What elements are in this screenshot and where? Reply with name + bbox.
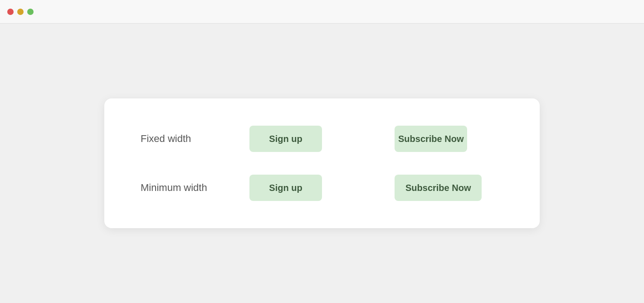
fixed-subscribe-button[interactable]: Subscribe Now [395,126,467,152]
minimum-width-label: Minimum width [141,182,249,194]
demo-card: Fixed width Sign up Subscribe Now Minimu… [104,98,540,228]
fixed-width-label: Fixed width [141,133,249,145]
close-button[interactable] [7,9,14,15]
min-subscribe-button[interactable]: Subscribe Now [395,175,482,201]
fixed-width-row: Fixed width Sign up Subscribe Now [141,126,503,152]
fixed-signup-button[interactable]: Sign up [249,126,322,152]
main-content: Fixed width Sign up Subscribe Now Minimu… [0,24,644,303]
minimize-button[interactable] [17,9,24,15]
minimum-width-row: Minimum width Sign up Subscribe Now [141,175,503,201]
maximize-button[interactable] [27,9,34,15]
fixed-width-buttons: Sign up Subscribe Now [249,126,503,152]
titlebar [0,0,644,24]
min-signup-button[interactable]: Sign up [249,175,322,201]
minimum-width-buttons: Sign up Subscribe Now [249,175,503,201]
